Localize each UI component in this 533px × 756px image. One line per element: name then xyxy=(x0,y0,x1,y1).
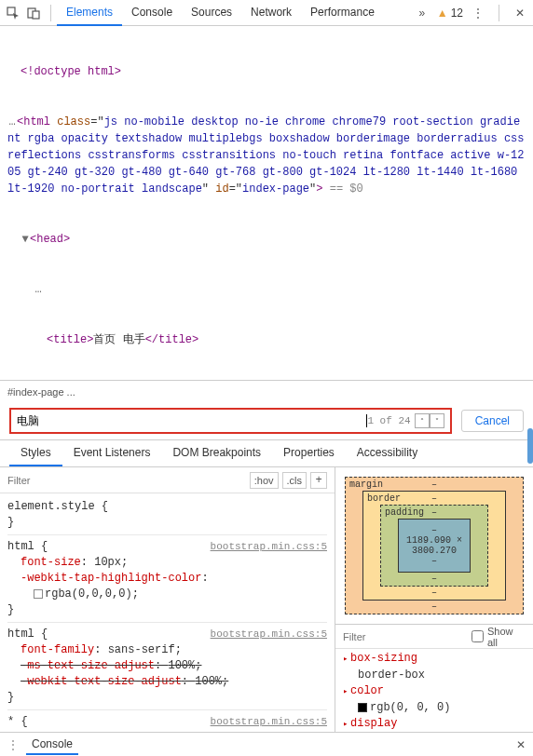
tab-sources[interactable]: Sources xyxy=(182,0,241,26)
breadcrumb[interactable]: #index-page ... xyxy=(0,380,533,402)
scrollbar-thumb[interactable] xyxy=(527,428,533,464)
close-icon[interactable]: ✕ xyxy=(511,4,529,22)
styles-body[interactable]: element.style {}html {bootstrap.min.css:… xyxy=(0,493,335,732)
main-tabs: Elements Console Sources Network Perform… xyxy=(57,0,384,26)
search-prev-icon[interactable]: ˄ xyxy=(415,413,430,428)
box-content: – 1189.090 × 3800.270 – xyxy=(398,519,471,573)
show-all-toggle[interactable]: Show all xyxy=(472,626,526,648)
search-bar-row: 1 of 24 ˄ ˅ Cancel xyxy=(0,402,533,439)
elements-tree[interactable]: <!doctype html> …<html class="js no-mobi… xyxy=(0,26,533,380)
devtools-toolbar: Elements Console Sources Network Perform… xyxy=(0,0,533,26)
new-style-rule-icon[interactable]: + xyxy=(310,472,327,489)
kebab-menu-icon[interactable]: ⋮ xyxy=(469,4,487,22)
computed-pane: margin– border– padding– – 1189.090 × 38… xyxy=(335,467,533,732)
doctype: <!doctype html> xyxy=(20,65,121,78)
styles-subtabs: Styles Event Listeners DOM Breakpoints P… xyxy=(0,439,533,467)
title-text: 首页 电手 xyxy=(93,333,144,346)
toggle-icon[interactable]: … xyxy=(7,114,17,130)
show-all-label: Show all xyxy=(487,626,526,648)
inspect-icon[interactable] xyxy=(4,4,22,22)
title-close: </title> xyxy=(145,333,199,346)
computed-filter-input[interactable] xyxy=(343,631,472,642)
search-count: 1 of 24 xyxy=(367,415,410,426)
tab-console[interactable]: Console xyxy=(122,0,182,26)
cancel-button[interactable]: Cancel xyxy=(461,410,524,432)
svg-rect-2 xyxy=(33,11,39,19)
content-size: 1189.090 × 3800.270 xyxy=(406,535,462,556)
computed-filter-row: Show all xyxy=(335,625,533,649)
computed-list[interactable]: ▸box-sizingborder-box▸colorrgb(0, 0, 0)▸… xyxy=(335,649,533,732)
search-box: 1 of 24 ˄ ˅ xyxy=(9,408,452,434)
toggle-icon[interactable]: ▼ xyxy=(20,231,30,248)
shadow-indicator: == $0 xyxy=(322,182,362,196)
warning-count-text: 12 xyxy=(451,7,463,20)
subtab-accessibility[interactable]: Accessibility xyxy=(346,440,429,466)
padding-top-val: – xyxy=(431,507,437,518)
title-open: <title> xyxy=(47,333,93,346)
drawer-tab-console[interactable]: Console xyxy=(26,735,78,755)
tab-performance[interactable]: Performance xyxy=(301,0,384,26)
console-drawer: ⋮ Console ✕ xyxy=(0,732,533,756)
toggle-icon[interactable]: … xyxy=(34,281,43,298)
search-next-icon[interactable]: ˅ xyxy=(430,413,444,428)
tab-elements[interactable]: Elements xyxy=(57,0,122,26)
border-top-val: – xyxy=(431,493,437,504)
html-id-value: index-page xyxy=(242,182,309,196)
subtab-event-listeners[interactable]: Event Listeners xyxy=(62,440,162,466)
warning-icon: ▲ xyxy=(437,7,448,20)
subtab-styles[interactable]: Styles xyxy=(9,440,62,466)
styles-filter-row: :hov .cls + xyxy=(0,467,335,493)
styles-pane: :hov .cls + element.style {}html {bootst… xyxy=(0,467,335,732)
head-tag: <head> xyxy=(30,233,70,246)
lower-pane: :hov .cls + element.style {}html {bootst… xyxy=(0,467,533,732)
drawer-menu-icon[interactable]: ⋮ xyxy=(7,738,17,751)
search-input[interactable] xyxy=(17,414,366,427)
show-all-checkbox[interactable] xyxy=(472,630,484,642)
cls-toggle[interactable]: .cls xyxy=(282,472,308,489)
hov-toggle[interactable]: :hov xyxy=(250,472,279,489)
subtab-dom-breakpoints[interactable]: DOM Breakpoints xyxy=(161,440,272,466)
more-tabs-icon[interactable]: » xyxy=(413,4,431,22)
styles-filter-input[interactable] xyxy=(7,475,246,486)
warning-count[interactable]: ▲ 12 xyxy=(437,7,463,20)
margin-top-val: – xyxy=(431,479,437,490)
drawer-close-icon[interactable]: ✕ xyxy=(516,738,526,751)
subtab-properties[interactable]: Properties xyxy=(272,440,346,466)
device-toggle-icon[interactable] xyxy=(24,4,43,22)
box-model[interactable]: margin– border– padding– – 1189.090 × 38… xyxy=(335,467,533,625)
tab-network[interactable]: Network xyxy=(241,0,301,26)
